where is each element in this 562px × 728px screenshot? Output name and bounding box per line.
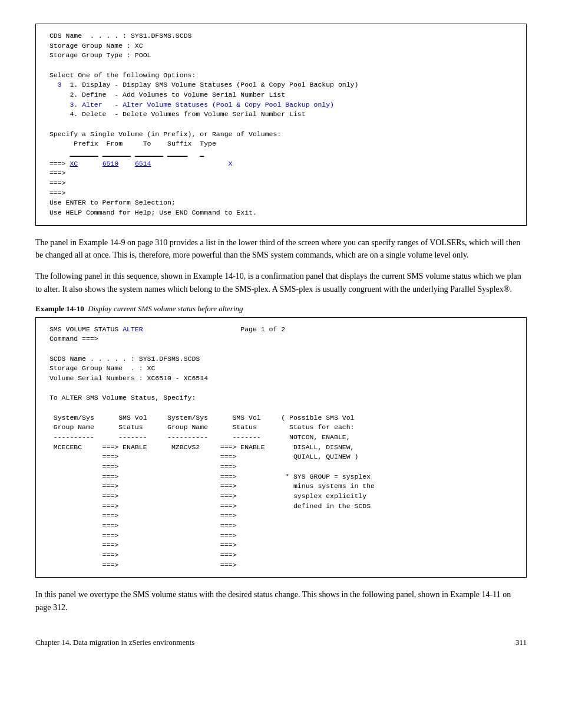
to-value: 6514 — [135, 160, 151, 167]
code-box-1-content: CDS Name . . . . : SYS1.DFSMS.SCDS Stora… — [45, 32, 358, 216]
code-box-2: SMS VOLUME STATUS ALTER Page 1 of 2 Comm… — [35, 317, 527, 578]
prefix-value: XC — [70, 160, 78, 167]
code-box-1: CDS Name . . . . : SYS1.DFSMS.SCDS Stora… — [35, 24, 527, 226]
title-alter: ALTER — [123, 325, 143, 333]
example-label: Example 14-10 — [35, 304, 84, 313]
option-number-3: 3 — [58, 81, 62, 88]
paragraph-3: In this panel we overtype the SMS volume… — [35, 588, 527, 614]
footer-page: 311 — [515, 638, 527, 647]
example-caption-2: Example 14-10 Display current SMS volume… — [35, 304, 527, 314]
title-page: Page 1 of 2 — [240, 325, 285, 333]
type-value: X — [229, 160, 233, 167]
suffix-underline: _____ — [167, 150, 188, 157]
from-underline: _______ — [103, 150, 131, 157]
example-caption-text: Display current SMS volume status before… — [88, 304, 243, 313]
page-footer: Chapter 14. Data migration in zSeries en… — [35, 638, 527, 647]
title-prefix: SMS VOLUME STATUS — [49, 325, 123, 333]
to-underline: _______ — [135, 150, 163, 157]
footer-chapter: Chapter 14. Data migration in zSeries en… — [35, 638, 194, 647]
type-underline: _ — [200, 150, 204, 157]
from-value: 6510 — [103, 160, 119, 167]
code-box-2-content: SMS VOLUME STATUS ALTER Page 1 of 2 Comm… — [45, 325, 375, 569]
paragraph-2: The following panel in this sequence, sh… — [35, 270, 527, 295]
option-3-alter: 3. Alter - Alter Volume Statuses (Pool &… — [70, 101, 334, 108]
paragraph-1: The panel in Example 14-9 on page 310 pr… — [35, 236, 527, 262]
prefix-underline: _______ — [70, 150, 98, 157]
